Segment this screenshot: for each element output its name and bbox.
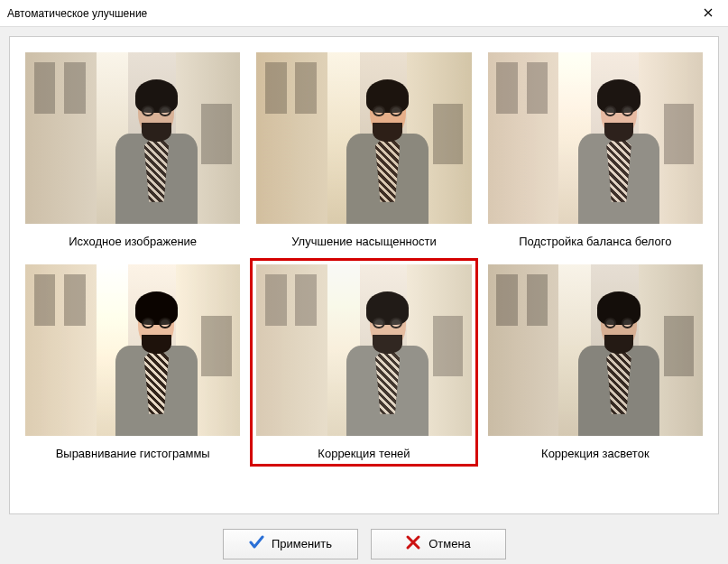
thumb-white-balance[interactable]: Подстройка баланса белого [482, 46, 709, 254]
thumb-highlight-correction[interactable]: Коррекция засветок [482, 258, 709, 467]
apply-label: Применить [272, 537, 332, 550]
cancel-label: Отмена [429, 537, 471, 550]
window-title: Автоматическое улучшение [7, 7, 147, 20]
thumb-label: Коррекция теней [318, 447, 410, 460]
thumb-original[interactable]: Исходное изображение [19, 46, 246, 254]
content-area: Исходное изображение Улучшение насыщенно… [0, 27, 728, 523]
thumb-label: Исходное изображение [69, 235, 197, 248]
titlebar: Автоматическое улучшение [0, 0, 728, 27]
thumb-label: Подстройка баланса белого [519, 235, 671, 248]
thumb-label: Коррекция засветок [541, 447, 650, 460]
thumb-label: Улучшение насыщенности [291, 235, 437, 248]
thumb-label: Выравнивание гистограммы [56, 447, 210, 460]
thumb-image [25, 264, 240, 436]
thumb-image [25, 52, 240, 224]
thumb-image [488, 264, 703, 436]
thumbnails-panel: Исходное изображение Улучшение насыщенно… [9, 36, 719, 514]
thumbnail-grid: Исходное изображение Улучшение насыщенно… [19, 46, 709, 467]
thumb-histogram[interactable]: Выравнивание гистограммы [19, 258, 246, 467]
close-icon [704, 6, 713, 20]
cancel-button[interactable]: Отмена [371, 529, 506, 559]
thumb-image [256, 264, 471, 436]
cross-icon [405, 534, 421, 553]
apply-button[interactable]: Применить [223, 529, 358, 559]
close-button[interactable] [687, 0, 728, 27]
checkmark-icon [248, 534, 264, 553]
thumb-image [256, 52, 471, 224]
thumb-image [488, 52, 703, 224]
thumb-shadow-correction[interactable]: Коррекция теней [250, 258, 477, 467]
footer-buttons: Применить Отмена [0, 523, 728, 564]
thumb-saturation[interactable]: Улучшение насыщенности [250, 46, 477, 254]
